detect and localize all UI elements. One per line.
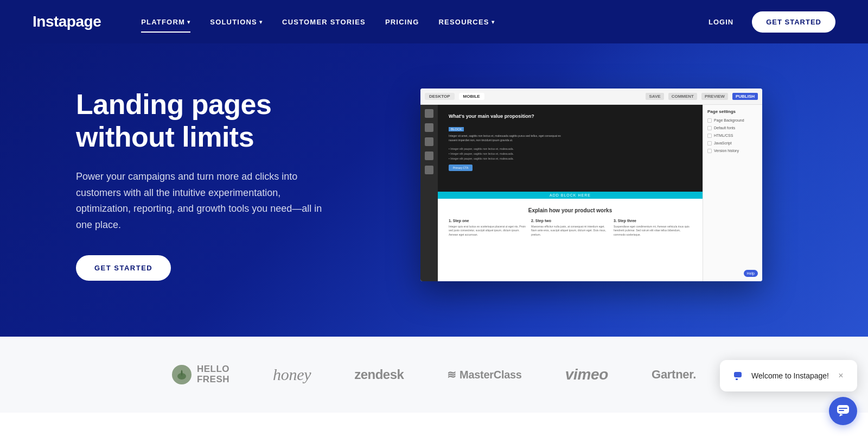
sidebar-icon-4[interactable] xyxy=(425,151,433,160)
nav-links: PLATFORM ▾ SOLUTIONS ▾ CUSTOMER STORIES … xyxy=(133,14,701,30)
canvas-step-3: 3. Step three Suspendisse eget condiment… xyxy=(614,219,692,237)
chat-close-button[interactable]: × xyxy=(835,370,846,381)
platform-chevron-icon: ▾ xyxy=(187,19,190,25)
svg-rect-5 xyxy=(839,410,844,411)
solutions-chevron-icon: ▾ xyxy=(259,19,263,25)
svg-rect-2 xyxy=(736,378,738,380)
tab-mobile[interactable]: MOBILE xyxy=(459,93,484,100)
gartner-text: Gartner. xyxy=(652,368,696,382)
editor-screenshot: DESKTOP MOBILE SAVE COMMENT PREVIEW PUBL… xyxy=(420,89,762,281)
editor-toolbar: DESKTOP MOBILE SAVE COMMENT PREVIEW PUBL… xyxy=(420,89,762,105)
chat-popup-avatar xyxy=(731,369,745,383)
canvas-step3-title: 3. Step three xyxy=(614,219,692,223)
canvas-cta-btn[interactable]: Primary CTA xyxy=(449,165,473,171)
canvas-how-block: Explain how your product works 1. Step o… xyxy=(438,199,703,246)
zendesk-text: zendesk xyxy=(354,367,404,382)
resources-chevron-icon: ▾ xyxy=(492,19,495,25)
logo-gartner: Gartner. xyxy=(652,368,696,382)
nav-right: LOGIN GET STARTED xyxy=(701,11,835,33)
canvas-add-block-bar[interactable]: ADD BLOCK HERE xyxy=(438,192,703,199)
panel-item-js[interactable]: JavaScript xyxy=(707,141,758,146)
honey-text: honey xyxy=(273,365,311,384)
nav-pricing[interactable]: PRICING xyxy=(378,14,427,30)
hero-subtitle: Power your campaigns and turn more ad cl… xyxy=(76,169,326,233)
canvas-step1-title: 1. Step one xyxy=(449,219,527,223)
panel-checkbox-html[interactable] xyxy=(707,134,712,138)
canvas-step2-text: Maecenas efficitur nulla justo, at conse… xyxy=(531,225,609,237)
hero-screenshot: DESKTOP MOBILE SAVE COMMENT PREVIEW PUBL… xyxy=(358,89,792,281)
canvas-how-title: Explain how your product works xyxy=(449,207,692,213)
canvas-bullets: • Integer elit pauper, sagittis non lect… xyxy=(449,147,568,161)
svg-rect-1 xyxy=(734,372,742,377)
save-button[interactable]: SAVE xyxy=(646,93,663,100)
canvas-question: What's your main value proposition? xyxy=(449,113,568,120)
logo[interactable]: Instapage xyxy=(33,13,101,30)
sidebar-icon-3[interactable] xyxy=(425,137,433,146)
canvas-step-2: 2. Step two Maecenas efficitur nulla jus… xyxy=(531,219,609,237)
hero-title: Landing pages without limits xyxy=(76,89,358,154)
logo-zendesk: zendesk xyxy=(354,367,404,382)
nav-get-started-button[interactable]: GET STARTED xyxy=(752,11,835,33)
canvas-step2-title: 2. Step two xyxy=(531,219,609,223)
logo-vimeo: vimeo xyxy=(565,366,608,383)
nav-customer-stories[interactable]: CUSTOMER STORIES xyxy=(275,14,373,30)
canvas-highlight: BLOCK xyxy=(449,127,464,131)
hero-cta-button[interactable]: GET STARTED xyxy=(76,255,171,281)
hero-content: Landing pages without limits Power your … xyxy=(76,89,358,280)
nav-resources[interactable]: RESOURCES ▾ xyxy=(431,14,502,30)
comment-button[interactable]: COMMENT xyxy=(668,93,697,100)
logo-hellofresh: HELLOFRESH xyxy=(172,364,229,384)
sidebar-icon-2[interactable] xyxy=(425,123,433,132)
canvas-body-text: Integer sit amet, sagittis non lectus et… xyxy=(449,134,568,142)
hero-section: Landing pages without limits Power your … xyxy=(0,43,868,337)
preview-button[interactable]: PREVIEW xyxy=(701,93,728,100)
nav-solutions[interactable]: SOLUTIONS ▾ xyxy=(202,14,270,30)
editor-canvas: What's your main value proposition? BLOC… xyxy=(438,105,703,281)
panel-checkbox-bg[interactable] xyxy=(707,118,712,123)
nav-platform[interactable]: PLATFORM ▾ xyxy=(133,14,198,30)
navbar: Instapage PLATFORM ▾ SOLUTIONS ▾ CUSTOME… xyxy=(0,0,868,43)
publish-button[interactable]: PUBLISH xyxy=(732,93,758,100)
chat-widget: Welcome to Instapage! × xyxy=(720,360,857,425)
sidebar-icon-5[interactable] xyxy=(425,166,433,174)
canvas-step1-text: Integer quis erat luctus ex scelerisque … xyxy=(449,225,527,237)
panel-item-html[interactable]: HTML/CSS xyxy=(707,134,758,138)
editor-panel-right: Page settings Page Background Default fo… xyxy=(703,105,762,281)
canvas-steps: 1. Step one Integer quis erat luctus ex … xyxy=(449,219,692,237)
tab-desktop[interactable]: DESKTOP xyxy=(425,93,455,100)
hellofresh-icon xyxy=(172,365,192,384)
panel-title: Page settings xyxy=(707,109,758,114)
masterclass-waves-icon: ≋ xyxy=(447,368,456,381)
sidebar-icon-1[interactable] xyxy=(425,109,433,118)
logo-honey: honey xyxy=(273,365,311,384)
panel-item-bg[interactable]: Page Background xyxy=(707,118,758,123)
panel-item-fonts[interactable]: Default fonts xyxy=(707,126,758,130)
canvas-step-1: 1. Step one Integer quis erat luctus ex … xyxy=(449,219,527,237)
panel-checkbox-version[interactable] xyxy=(707,149,712,153)
editor-body: What's your main value proposition? BLOC… xyxy=(420,105,762,281)
panel-checkbox-fonts[interactable] xyxy=(707,126,712,130)
vimeo-text: vimeo xyxy=(565,366,608,383)
canvas-hero-content: What's your main value proposition? BLOC… xyxy=(449,113,568,172)
help-button[interactable]: Help xyxy=(744,270,758,277)
canvas-hero-block: What's your main value proposition? BLOC… xyxy=(438,105,703,192)
hellofresh-text: HELLOFRESH xyxy=(197,364,229,384)
panel-item-version[interactable]: Version history xyxy=(707,149,758,153)
canvas-step3-text: Suspendisse eget condimentum mi. Aenean … xyxy=(614,225,692,237)
panel-checkbox-js[interactable] xyxy=(707,141,712,146)
editor-sidebar-left xyxy=(420,105,438,281)
chat-welcome-text: Welcome to Instapage! xyxy=(751,371,829,380)
masterclass-text: MasterClass xyxy=(459,369,522,381)
svg-rect-3 xyxy=(837,405,849,414)
svg-rect-4 xyxy=(839,408,847,409)
chat-popup: Welcome to Instapage! × xyxy=(720,360,857,391)
login-button[interactable]: LOGIN xyxy=(701,14,741,30)
chat-open-button[interactable] xyxy=(829,397,857,425)
logo-masterclass: ≋ MasterClass xyxy=(447,368,521,381)
